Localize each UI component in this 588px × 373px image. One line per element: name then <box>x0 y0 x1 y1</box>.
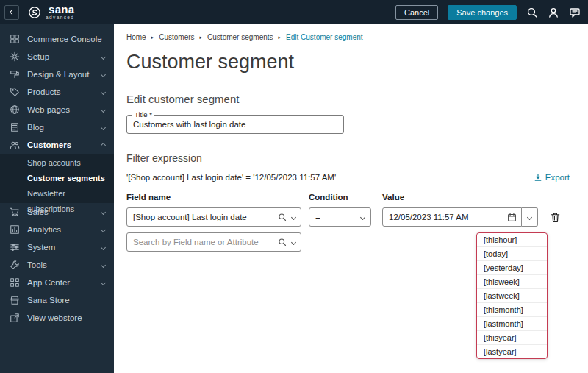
sidebar-item-label: Web pages <box>27 105 70 114</box>
sidebar-item-view-webstore[interactable]: View webstore <box>0 309 114 327</box>
title-field-label: Title * <box>132 110 154 118</box>
expression-row: '[Shop account] Last login date' = '12/0… <box>126 173 570 182</box>
filter-row: = <box>126 207 570 227</box>
field-name-input[interactable] <box>133 213 267 221</box>
sidebar-item-design-layout[interactable]: Design & Layout <box>0 65 114 83</box>
dropdown-option[interactable]: [thisweek] <box>477 275 547 289</box>
chevron-up-icon <box>101 142 106 147</box>
sana-logo-text: sana advanced <box>46 4 74 21</box>
search-icon[interactable] <box>526 7 538 18</box>
breadcrumb: Home▸Customers▸Customer segments▸Edit Cu… <box>126 33 570 41</box>
chart-icon <box>9 224 21 235</box>
sidebar-item-label: Setup <box>27 52 49 61</box>
cancel-button[interactable]: Cancel <box>395 5 438 20</box>
sana-logo: sana advanced <box>28 4 74 21</box>
field-search-input[interactable] <box>133 238 267 246</box>
filter-table: Field name Condition Value = <box>126 193 570 252</box>
breadcrumb-link-customers[interactable]: Customers <box>159 33 194 41</box>
design-icon <box>9 68 21 80</box>
breadcrumb-link-customer-segments[interactable]: Customer segments <box>207 33 273 41</box>
sidebar-item-blog[interactable]: Blog <box>0 118 114 136</box>
sidebar-item-label: Products <box>27 88 60 96</box>
chevron-down-icon <box>101 280 106 285</box>
sidebar-item-label: View webstore <box>27 313 82 322</box>
sidebar-menu: Commerce ConsoleSetupDesign & LayoutProd… <box>0 30 114 327</box>
dropdown-option[interactable]: [thismonth] <box>477 303 547 317</box>
delete-row-button[interactable] <box>550 212 561 223</box>
sana-logo-icon <box>28 6 41 19</box>
condition-select[interactable]: = <box>309 207 371 227</box>
sidebar-item-label: Analytics <box>27 225 61 234</box>
breadcrumb-separator-icon: ▸ <box>151 35 154 40</box>
field-name-adornments <box>278 213 295 221</box>
value-field[interactable] <box>382 207 522 227</box>
sidebar-item-label: App Center <box>27 278 70 287</box>
field-search-combobox[interactable] <box>126 232 301 252</box>
title-input[interactable] <box>126 115 344 134</box>
logo-subtitle: advanced <box>46 15 74 21</box>
cart-icon <box>9 206 21 218</box>
user-icon[interactable] <box>548 7 559 18</box>
chevron-down-icon[interactable] <box>291 214 296 219</box>
dropdown-option[interactable]: [today] <box>477 247 547 261</box>
back-button[interactable] <box>4 5 19 20</box>
sidebar: Commerce ConsoleSetupDesign & LayoutProd… <box>0 24 114 373</box>
export-link[interactable]: Export <box>534 173 570 182</box>
sidebar-item-sana-store[interactable]: Sana Store <box>0 291 114 309</box>
sidebar-submenu: Shop accountsCustomer segmentsNewsletter… <box>0 154 114 203</box>
sidebar-item-analytics[interactable]: Analytics <box>0 221 114 238</box>
apps-icon <box>9 277 21 288</box>
main-content: Home▸Customers▸Customer segments▸Edit Cu… <box>114 24 588 373</box>
sidebar-subitem-customer-segments[interactable]: Customer segments <box>0 171 114 186</box>
chevron-down-icon <box>101 244 106 249</box>
sidebar-item-web-pages[interactable]: Web pages <box>0 101 114 118</box>
gear-icon <box>9 51 21 63</box>
dropdown-option[interactable]: [yesterday] <box>477 261 547 275</box>
sidebar-item-label: System <box>27 243 55 252</box>
save-changes-button[interactable]: Save changes <box>448 5 517 20</box>
page-title: Customer segment <box>126 51 570 74</box>
value-dropdown-toggle[interactable] <box>522 207 538 227</box>
sidebar-subitem-newsletter-subscriptions[interactable]: Newsletter subscriptions <box>0 186 114 202</box>
logo-name: sana <box>49 4 74 15</box>
sidebar-subitem-shop-accounts[interactable]: Shop accounts <box>0 155 114 171</box>
chevron-down-icon[interactable] <box>291 239 296 244</box>
chevron-down-icon <box>101 209 106 214</box>
sidebar-item-commerce-console[interactable]: Commerce Console <box>0 30 114 48</box>
chevron-down-icon <box>360 214 365 219</box>
globe-icon <box>9 104 21 116</box>
title-field: Title * <box>126 115 344 134</box>
sidebar-item-app-center[interactable]: App Center <box>0 274 114 291</box>
topbar-actions: Cancel Save changes <box>395 5 581 20</box>
dropdown-option[interactable]: [lastweek] <box>477 289 547 303</box>
section-title: Edit customer segment <box>126 93 570 105</box>
people-icon <box>9 139 21 151</box>
search-icon <box>278 213 287 221</box>
wrench-icon <box>9 259 21 271</box>
chat-icon[interactable] <box>569 7 581 18</box>
breadcrumb-link-edit-customer-segment[interactable]: Edit Customer segment <box>286 33 363 41</box>
export-label: Export <box>545 173 570 182</box>
sidebar-item-products[interactable]: Products <box>0 83 114 101</box>
sidebar-item-customers[interactable]: Customers <box>0 136 114 154</box>
chevron-down-icon <box>101 262 106 267</box>
value-input[interactable] <box>389 213 502 221</box>
sidebar-item-tools[interactable]: Tools <box>0 256 114 274</box>
calendar-icon[interactable] <box>507 213 517 222</box>
dropdown-option[interactable]: [thisyear] <box>477 331 547 345</box>
column-header-condition: Condition <box>309 193 382 202</box>
value-field-group <box>382 207 538 227</box>
chevron-down-icon <box>101 54 106 59</box>
sidebar-item-system[interactable]: System <box>0 238 114 256</box>
breadcrumb-link-home[interactable]: Home <box>126 33 146 41</box>
column-header-field-name: Field name <box>126 193 309 202</box>
chevron-down-icon <box>527 214 532 219</box>
dropdown-option[interactable]: [thishour] <box>477 233 547 247</box>
sidebar-item-setup[interactable]: Setup <box>0 48 114 65</box>
sliders-icon <box>9 241 21 253</box>
dropdown-option[interactable]: [lastyear] <box>477 345 547 358</box>
sidebar-item-label: Sana Store <box>27 296 70 305</box>
dropdown-option[interactable]: [lastmonth] <box>477 317 547 331</box>
tag-icon <box>9 86 21 98</box>
field-name-combobox[interactable] <box>126 207 301 227</box>
